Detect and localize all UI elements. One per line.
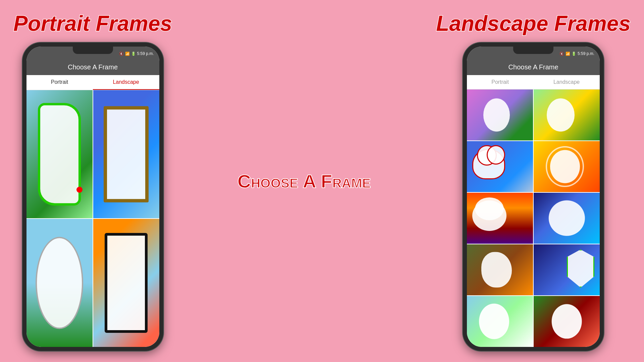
landscape-frame-6[interactable] xyxy=(534,193,600,244)
phone-notch xyxy=(73,47,113,54)
center-title: Choose A Frame xyxy=(237,170,371,192)
landscape-frame-1[interactable] xyxy=(467,89,533,140)
landscape-frame-7[interactable] xyxy=(467,244,533,295)
portrait-section: Portrait Frames 🔇 📶 🔋 5:59 p.m. Choose A… xyxy=(13,11,172,351)
landscape-time: 5:59 p.m. xyxy=(578,51,594,56)
portrait-frame-4[interactable] xyxy=(93,219,159,347)
landscape-phone-notch xyxy=(513,47,553,54)
portrait-tab-landscape[interactable]: Landscape xyxy=(93,75,159,90)
portrait-app-header: Choose A Frame xyxy=(26,59,159,75)
landscape-title: Landscape Frames xyxy=(436,11,631,36)
portrait-phone-inner: 🔇 📶 🔋 5:59 p.m. Choose A Frame Portrait … xyxy=(26,47,159,347)
landscape-frame-2[interactable] xyxy=(534,89,600,140)
landscape-phone-inner: 🔇 📶 🔋 5:59 p.m. Choose A Frame Portrait … xyxy=(467,47,600,347)
landscape-section: Landscape Frames 🔇 📶 🔋 5:59 p.m. Choose … xyxy=(436,11,631,351)
portrait-time: 5:59 p.m. xyxy=(137,51,154,56)
landscape-frame-5[interactable] xyxy=(467,193,533,244)
portrait-phone: 🔇 📶 🔋 5:59 p.m. Choose A Frame Portrait … xyxy=(22,43,163,351)
landscape-tab-landscape[interactable]: Landscape xyxy=(533,75,600,89)
landscape-tab-bar: Portrait Landscape xyxy=(467,75,600,89)
signal-indicator: 📶 xyxy=(125,52,130,56)
mute-icon: 🔇 xyxy=(119,52,124,56)
portrait-frame-3[interactable] xyxy=(26,219,93,347)
portrait-frames-grid xyxy=(26,90,159,347)
landscape-frame-10[interactable] xyxy=(534,296,600,347)
landscape-frame-3[interactable] xyxy=(467,141,533,192)
portrait-frame-2[interactable] xyxy=(93,90,159,218)
landscape-mute-icon: 🔇 xyxy=(559,52,564,56)
landscape-frame-9[interactable] xyxy=(467,296,533,347)
center-section: Choose A Frame xyxy=(172,170,436,192)
landscape-signal-indicator: 📶 xyxy=(566,52,570,56)
portrait-tab-bar: Portrait Landscape xyxy=(26,75,159,90)
portrait-frame-1[interactable] xyxy=(26,90,93,218)
landscape-tab-portrait[interactable]: Portrait xyxy=(467,75,533,89)
landscape-frame-4[interactable] xyxy=(534,141,600,192)
landscape-battery-indicator: 🔋 xyxy=(572,52,576,56)
battery-indicator: 🔋 xyxy=(131,52,136,56)
landscape-frames-grid xyxy=(467,89,600,347)
landscape-phone: 🔇 📶 🔋 5:59 p.m. Choose A Frame Portrait … xyxy=(463,43,604,351)
landscape-app-header: Choose A Frame xyxy=(467,59,600,75)
portrait-tab-portrait[interactable]: Portrait xyxy=(26,75,93,90)
landscape-frame-8[interactable] xyxy=(534,244,600,295)
portrait-title: Portrait Frames xyxy=(13,11,172,36)
